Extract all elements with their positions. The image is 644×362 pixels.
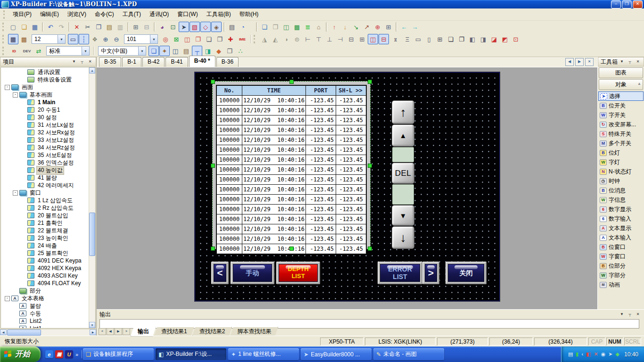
paste-special-icon[interactable]: ▥ (115, 22, 125, 32)
menu-item[interactable]: 工具(T) (118, 8, 145, 20)
manual-button[interactable]: 手动 (231, 262, 274, 284)
prev-screen-icon[interactable]: ◫ (182, 34, 192, 44)
library-icon[interactable]: ◨ (203, 46, 213, 56)
tree-item[interactable]: 4094 FLOAT Key (1, 280, 89, 287)
menu-item[interactable]: 帮助(H) (235, 8, 263, 20)
start-button[interactable]: 开始 (0, 346, 41, 362)
panel-pin-icon[interactable]: ┬ (627, 59, 633, 65)
taskbar-task-button[interactable]: ◧ XP-Builder F:\设... (156, 348, 226, 360)
next-screen-icon[interactable]: ❐ (193, 34, 203, 44)
project-tree-scrollbar[interactable]: ▲ ▼ (89, 67, 95, 328)
tree-item[interactable]: - 文本表格 (1, 295, 89, 302)
point-select-icon[interactable]: ◇ (200, 22, 211, 32)
depth-list-button[interactable]: DEPTH LIST (276, 262, 320, 284)
toolbar-icon[interactable] (326, 22, 327, 32)
panel-close-icon[interactable]: ✕ (635, 312, 641, 318)
scrollbar-thumb[interactable] (7, 329, 41, 336)
chevron-down-icon[interactable]: ▼ (138, 47, 146, 55)
network-offline-icon[interactable]: ✕ (594, 352, 598, 357)
flip-h-icon[interactable]: ◑ (281, 34, 291, 44)
scroll-up-icon[interactable]: ▲ (637, 82, 641, 86)
object-3d-icon[interactable]: ◆ (214, 46, 224, 56)
menu-item[interactable]: 编辑(E) (36, 8, 63, 20)
document-tab[interactable]: B-42 (142, 57, 165, 67)
chevron-down-icon[interactable]: ▼ (58, 35, 65, 43)
zoom-area-icon[interactable]: ◎ (160, 34, 171, 44)
front-one-icon[interactable]: ◧ (467, 34, 478, 44)
toolbox-tool[interactable]: ◷ 时钟 (598, 176, 644, 186)
zoom-out-icon[interactable]: ⊖ (111, 34, 122, 44)
red-app-icon[interactable]: ▣ (55, 350, 63, 358)
toolbox-tool[interactable]: ↻ 改变屏幕... (598, 120, 644, 129)
align-tool-icon[interactable]: ∴ (235, 46, 246, 56)
toolbar-icon[interactable] (154, 22, 155, 32)
prev-page-button[interactable]: < (211, 262, 229, 284)
import-icon[interactable]: ↘ (351, 22, 361, 32)
output-tab[interactable]: 脚本查找结果 (230, 327, 278, 337)
same-height-icon[interactable]: ▯ (424, 34, 434, 44)
selection-handle[interactable] (368, 164, 372, 168)
toolbox-tool[interactable]: W 字信息 (598, 195, 644, 205)
center-v-icon[interactable]: ⊟ (346, 34, 356, 44)
quick-launch-more-icon[interactable]: » (75, 352, 78, 357)
output-tab[interactable]: 查找结果2 (192, 327, 232, 337)
new-screen-icon[interactable]: ❏ (259, 22, 270, 32)
save-icon[interactable]: ▦ (30, 22, 40, 32)
same-size-icon[interactable]: ⊞ (435, 34, 445, 44)
crop-icon[interactable]: ⊡ (168, 22, 178, 32)
history-table-widget[interactable]: No.TIMEPORTSH-L >> 100000 12/10/29 10:40… (212, 81, 371, 249)
ungroup-align-icon[interactable]: ◩ (500, 34, 510, 44)
tree-item[interactable]: 수동 (1, 310, 89, 317)
open-file-icon[interactable]: ❏ (19, 22, 29, 32)
delete-icon[interactable]: ✕ (72, 22, 82, 32)
toolbox-tool[interactable]: W 字部分 (598, 271, 644, 280)
about-icon[interactable]: ◔ (238, 22, 248, 32)
taskbar-task-button[interactable]: ➤ EasyBuilder8000 ... (301, 348, 372, 360)
selection-handle[interactable] (211, 80, 215, 84)
undo-icon[interactable]: ↶ (45, 22, 56, 32)
tab-scroll-left-icon[interactable]: ◀ (565, 58, 574, 66)
preview-icon[interactable]: ❏ (204, 34, 214, 44)
rotate-left-icon[interactable]: ◮ (259, 34, 270, 44)
document-tab[interactable]: B-40 * (189, 56, 215, 67)
align-right-icon[interactable]: ⊣ (335, 34, 346, 44)
forward-icon[interactable]: → (410, 22, 420, 32)
minimize-button[interactable]: – (611, 0, 621, 8)
address-change-icon[interactable]: ⇄ (33, 46, 44, 56)
next-page-button[interactable]: > (422, 262, 439, 284)
tree-item[interactable]: 42 에러메세지 (1, 181, 89, 189)
output-tab[interactable]: 输出 (131, 327, 156, 337)
open-screen-icon[interactable]: ❐ (270, 22, 281, 32)
center-screen-v-icon[interactable]: ⊟ (379, 34, 389, 44)
print-icon[interactable]: ▤ (227, 22, 237, 32)
focus-center-icon[interactable]: ✚ (225, 34, 236, 44)
same-width-icon[interactable]: ▭ (413, 34, 423, 44)
page-frame-icon[interactable]: ▭ (68, 34, 78, 44)
toolbox-panel-icon[interactable]: ✦ (159, 46, 170, 56)
menu-item[interactable]: 通讯(O) (145, 8, 173, 20)
tree-item[interactable]: 4091 DEC Keypa (1, 257, 89, 264)
document-tab[interactable]: B-1 (122, 57, 141, 67)
side-button[interactable] (392, 184, 414, 205)
zoom-in-icon[interactable]: ⊕ (100, 34, 111, 44)
style-combo[interactable]: 标准 ▼ (46, 46, 90, 56)
cut-icon[interactable]: ✂ (83, 22, 93, 32)
toolbox-tool[interactable]: A 文本显示 (598, 223, 644, 233)
taskbar-task-button[interactable]: ✦ 1 line 螺丝机修... (228, 348, 299, 360)
prev-tab-icon[interactable]: ◀ (107, 328, 114, 335)
toolbar-icon[interactable] (223, 22, 225, 32)
color-icon[interactable]: ◕ (157, 22, 167, 32)
property-view-icon[interactable]: ▤ (181, 46, 191, 56)
chevron-down-icon[interactable]: ▼ (150, 35, 157, 43)
output-tab[interactable]: 查找结果1 (154, 327, 194, 337)
toolbar-icon[interactable] (68, 22, 70, 32)
center-h-icon[interactable]: ⊞ (357, 34, 367, 44)
menu-item[interactable]: 窗口(W) (173, 8, 202, 20)
toolbox-group-charts[interactable]: 图表 (599, 67, 643, 78)
rotate-right-icon[interactable]: ◭ (270, 34, 281, 44)
tree-expand-icon[interactable]: - (13, 190, 18, 196)
document-tab[interactable]: B-35 (99, 57, 121, 67)
panel-menu-icon[interactable]: ▼ (619, 312, 625, 318)
tree-expand-icon[interactable]: - (13, 92, 18, 98)
error-list-button[interactable]: ERROR LIST (378, 262, 422, 284)
